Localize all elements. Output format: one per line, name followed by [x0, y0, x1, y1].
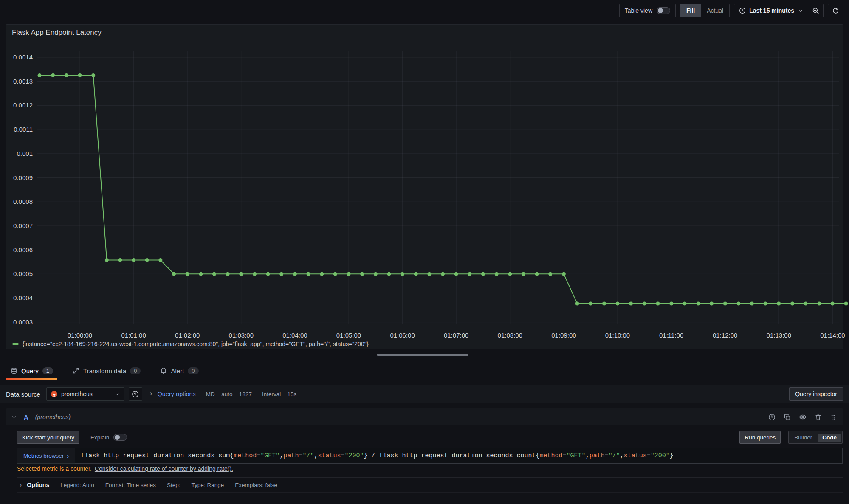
- refresh-group: [828, 4, 843, 17]
- kick-start-query-button[interactable]: Kick start your query: [17, 431, 79, 444]
- options-meta-item: Format: Time series: [105, 482, 156, 488]
- time-range-group: Last 15 minutes: [734, 4, 824, 17]
- table-view-control: Table view: [619, 4, 676, 17]
- svg-text:0.0013: 0.0013: [13, 78, 33, 85]
- series-color-swatch: [12, 343, 19, 345]
- options-meta-item: Legend: Auto: [60, 482, 94, 488]
- tab-alert[interactable]: Alert 0: [156, 361, 203, 380]
- run-queries-button[interactable]: Run queries: [739, 431, 781, 444]
- promql-editor-row: Metrics browser › flask_http_request_dur…: [17, 448, 843, 464]
- grafana-panel-editor: Table view Fill Actual Last 15 minutes F…: [0, 0, 849, 504]
- svg-text:01:12:00: 01:12:00: [713, 332, 737, 339]
- svg-text:01:08:00: 01:08:00: [498, 332, 522, 339]
- svg-text:01:11:00: 01:11:00: [659, 332, 683, 339]
- latency-chart[interactable]: 0.00140.00130.00120.00110.0010.00090.000…: [6, 42, 843, 339]
- add-rate-link[interactable]: Consider calculating rate of counter by …: [95, 465, 233, 472]
- code-mode-option[interactable]: Code: [818, 434, 841, 442]
- time-range-picker[interactable]: Last 15 minutes: [734, 4, 808, 17]
- svg-text:01:13:00: 01:13:00: [767, 332, 791, 339]
- chevron-right-icon[interactable]: ›: [147, 390, 153, 398]
- svg-text:0.0003: 0.0003: [13, 318, 33, 326]
- duplicate-query-icon[interactable]: [784, 414, 791, 421]
- datasource-label: Data source: [6, 391, 40, 398]
- datasource-picker[interactable]: prometheus: [46, 387, 124, 401]
- chevron-down-icon: [798, 8, 803, 14]
- tab-query[interactable]: Query 1: [6, 361, 57, 380]
- explain-control: Explain: [90, 434, 127, 441]
- svg-text:0.0014: 0.0014: [13, 53, 33, 61]
- svg-text:0.0005: 0.0005: [13, 270, 33, 277]
- chevron-right-icon[interactable]: ›: [17, 481, 22, 489]
- table-view-label: Table view: [625, 7, 652, 14]
- fill-actual-switch: Fill Actual: [680, 4, 730, 17]
- options-meta-item: Type: Range: [192, 482, 224, 488]
- svg-text:0.0006: 0.0006: [13, 246, 33, 253]
- options-meta: Legend: AutoFormat: Time seriesStep:Type…: [60, 482, 277, 488]
- prometheus-icon: [51, 391, 58, 398]
- svg-text:01:10:00: 01:10:00: [605, 332, 630, 339]
- options-meta-item: Exemplars: false: [235, 482, 277, 488]
- tab-label: Transform data: [83, 367, 126, 374]
- query-inspector-button[interactable]: Query inspector: [789, 387, 843, 401]
- help-circle-icon[interactable]: [768, 414, 776, 421]
- legend-item[interactable]: {instance="ec2-184-169-216-224.us-west-1…: [12, 341, 368, 347]
- warning-text: Selected metric is a counter.: [17, 465, 92, 472]
- metrics-browser-button[interactable]: Metrics browser ›: [17, 448, 75, 464]
- tab-transform-data[interactable]: Transform data 0: [68, 361, 145, 380]
- zoom-out-icon: [812, 7, 819, 14]
- help-circle-icon: [132, 391, 139, 398]
- zoom-out-button[interactable]: [808, 4, 823, 17]
- datasource-help-button[interactable]: [129, 387, 142, 401]
- bell-icon: [160, 367, 167, 374]
- collapse-chevron-icon[interactable]: [11, 414, 17, 420]
- remove-query-trash-icon[interactable]: [815, 414, 822, 421]
- hide-response-eye-icon[interactable]: [799, 413, 807, 421]
- options-toggle[interactable]: Options: [27, 481, 49, 488]
- series-label: {instance="ec2-184-169-216-224.us-west-1…: [23, 341, 368, 347]
- pane-resize-handle[interactable]: [377, 354, 468, 356]
- panel-editor-tabs: Query 1 Transform data 0 Alert 0: [0, 361, 849, 380]
- svg-text:01:03:00: 01:03:00: [229, 332, 254, 339]
- transform-icon: [73, 367, 79, 374]
- max-data-points-value: MD = auto = 1827: [206, 391, 252, 397]
- svg-text:01:06:00: 01:06:00: [390, 332, 415, 339]
- explain-toggle[interactable]: [113, 434, 127, 441]
- query-toolbar-row: Kick start your query Explain Run querie…: [17, 430, 843, 445]
- chevron-down-icon: [115, 391, 120, 397]
- chevron-right-icon: ›: [67, 452, 69, 459]
- panel-title[interactable]: Flask App Endpoint Latency: [12, 28, 102, 37]
- svg-text:01:09:00: 01:09:00: [551, 332, 576, 339]
- datasource-name: prometheus: [61, 391, 93, 397]
- svg-text:0.0007: 0.0007: [13, 222, 33, 229]
- fill-option[interactable]: Fill: [680, 4, 701, 17]
- metrics-browser-label: Metrics browser: [23, 453, 64, 459]
- query-a-row[interactable]: A (prometheus): [6, 408, 843, 425]
- latency-panel: Flask App Endpoint Latency 0.00140.00130…: [6, 24, 843, 349]
- transform-count-badge: 0: [130, 367, 141, 374]
- datasource-row: Data source prometheus › Query options M…: [0, 385, 849, 403]
- alert-count-badge: 0: [188, 367, 198, 374]
- query-ref-id[interactable]: A: [24, 414, 28, 421]
- query-options-toggle[interactable]: Query options: [158, 391, 196, 397]
- time-range-label: Last 15 minutes: [749, 7, 794, 14]
- promql-input[interactable]: flask_http_request_duration_seconds_sum{…: [75, 448, 843, 464]
- tab-label: Alert: [171, 367, 184, 374]
- svg-text:0.0012: 0.0012: [13, 101, 33, 109]
- drag-handle-icon[interactable]: [830, 414, 836, 420]
- actual-option[interactable]: Actual: [701, 4, 729, 17]
- svg-text:01:02:00: 01:02:00: [175, 332, 200, 339]
- svg-text:01:14:00: 01:14:00: [820, 332, 845, 339]
- query-count-badge: 1: [42, 367, 53, 374]
- svg-text:01:07:00: 01:07:00: [444, 332, 468, 339]
- refresh-button[interactable]: [828, 4, 843, 17]
- svg-text:01:01:00: 01:01:00: [121, 332, 146, 339]
- builder-mode-option[interactable]: Builder: [790, 434, 817, 442]
- svg-text:0.001: 0.001: [17, 150, 33, 157]
- table-view-toggle[interactable]: [657, 7, 670, 14]
- query-datasource-hint: (prometheus): [35, 414, 71, 420]
- query-options-footer: › Options Legend: AutoFormat: Time serie…: [17, 477, 843, 493]
- database-icon: [11, 367, 17, 374]
- builder-code-switch: Builder Code: [788, 431, 843, 444]
- svg-text:01:05:00: 01:05:00: [336, 332, 361, 339]
- svg-text:0.0009: 0.0009: [13, 174, 33, 181]
